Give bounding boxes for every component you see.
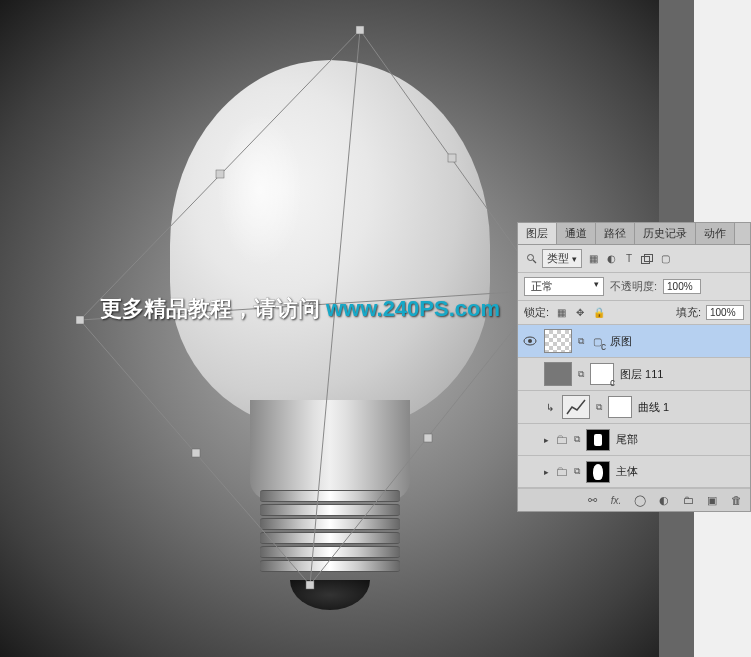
lock-label: 锁定: — [524, 305, 549, 320]
filter-shape-icon[interactable] — [640, 252, 654, 266]
layer-filter-row: 类型 ▾ ▦ ◐ T ▢ — [518, 245, 750, 273]
search-icon[interactable] — [524, 252, 538, 266]
fill-label: 填充: — [676, 305, 701, 320]
tab-layers[interactable]: 图层 — [518, 223, 557, 244]
opacity-label: 不透明度: — [610, 279, 657, 294]
new-adjustment-icon[interactable]: ◐ — [656, 493, 672, 507]
fill-input[interactable]: 100% — [706, 305, 744, 320]
lock-all-icon[interactable]: 🔒 — [592, 306, 606, 320]
new-group-icon[interactable]: 🗀 — [680, 493, 696, 507]
watermark-url: www.240PS.com — [326, 296, 500, 322]
layers-panel: 图层 通道 路径 历史记录 动作 类型 ▾ ▦ ◐ T ▢ 正常 ▾ 不透明度:… — [517, 222, 751, 512]
tab-actions[interactable]: 动作 — [696, 223, 735, 244]
svg-line-7 — [533, 260, 536, 263]
filter-adjust-icon[interactable]: ◐ — [604, 252, 618, 266]
tab-paths[interactable]: 路径 — [596, 223, 635, 244]
watermark-text: 更多精品教程，请访问 — [100, 294, 320, 324]
folder-icon: 🗀 — [555, 432, 568, 447]
link-icon[interactable]: ⧉ — [574, 466, 580, 477]
visibility-toggle[interactable] — [522, 399, 538, 415]
layer-thumbnail[interactable] — [544, 362, 572, 386]
layer-name[interactable]: 图层 111 — [620, 367, 663, 382]
link-icon[interactable]: ⧉ — [578, 336, 584, 347]
layers-list: ⧉ ▢c 原图 ⧉ c 图层 111 ↳ ⧉ 曲线 1 ▸ 🗀 ⧉ — [518, 325, 750, 488]
opacity-input[interactable]: 100% — [663, 279, 701, 294]
transform-handle[interactable] — [356, 26, 364, 34]
clipping-icon: ↳ — [544, 402, 556, 413]
layer-row[interactable]: ⧉ ▢c 原图 — [518, 325, 750, 358]
smart-object-icon: ▢c — [590, 334, 604, 348]
folder-icon: 🗀 — [555, 464, 568, 479]
layer-mask-thumbnail[interactable] — [608, 396, 632, 418]
watermark: 更多精品教程，请访问 www.240PS.com — [100, 294, 500, 324]
svg-point-11 — [528, 339, 532, 343]
filter-kind-select[interactable]: 类型 ▾ — [542, 249, 582, 268]
layer-row[interactable]: ↳ ⧉ 曲线 1 — [518, 391, 750, 424]
layer-name[interactable]: 曲线 1 — [638, 400, 669, 415]
layer-name[interactable]: 尾部 — [616, 432, 638, 447]
layer-row[interactable]: ▸ 🗀 ⧉ 尾部 — [518, 424, 750, 456]
filter-smart-icon[interactable]: ▢ — [658, 252, 672, 266]
visibility-toggle[interactable] — [522, 333, 538, 349]
layer-mask-thumbnail[interactable] — [586, 429, 610, 451]
transform-handle[interactable] — [76, 316, 84, 324]
panel-footer: ⚯ fx. ◯ ◐ 🗀 ▣ 🗑 — [518, 488, 750, 511]
layer-row[interactable]: ▸ 🗀 ⧉ 主体 — [518, 456, 750, 488]
svg-rect-9 — [645, 254, 653, 261]
layer-mask-thumbnail[interactable]: c — [590, 363, 614, 385]
link-icon[interactable]: ⧉ — [596, 402, 602, 413]
group-toggle[interactable]: ▸ — [544, 435, 549, 445]
blend-mode-select[interactable]: 正常 ▾ — [524, 277, 604, 296]
add-mask-icon[interactable]: ◯ — [632, 493, 648, 507]
visibility-toggle[interactable] — [522, 432, 538, 448]
layer-name[interactable]: 主体 — [616, 464, 638, 479]
tab-channels[interactable]: 通道 — [557, 223, 596, 244]
delete-layer-icon[interactable]: 🗑 — [728, 493, 744, 507]
lightbulb-image — [160, 60, 500, 600]
link-icon[interactable]: ⧉ — [574, 434, 580, 445]
adjustment-thumbnail[interactable] — [562, 395, 590, 419]
layer-name[interactable]: 原图 — [610, 334, 632, 349]
new-layer-icon[interactable]: ▣ — [704, 493, 720, 507]
visibility-toggle[interactable] — [522, 464, 538, 480]
group-toggle[interactable]: ▸ — [544, 467, 549, 477]
layer-row[interactable]: ⧉ c 图层 111 — [518, 358, 750, 391]
svg-point-6 — [527, 255, 533, 261]
lock-position-icon[interactable]: ✥ — [573, 306, 587, 320]
link-layers-icon[interactable]: ⚯ — [584, 493, 600, 507]
blend-mode-row: 正常 ▾ 不透明度: 100% — [518, 273, 750, 301]
svg-rect-8 — [642, 256, 650, 263]
lock-pixels-icon[interactable]: ▦ — [554, 306, 568, 320]
filter-text-icon[interactable]: T — [622, 252, 636, 266]
visibility-toggle[interactable] — [522, 366, 538, 382]
link-icon[interactable]: ⧉ — [578, 369, 584, 380]
lock-row: 锁定: ▦ ✥ 🔒 填充: 100% — [518, 301, 750, 325]
layer-mask-thumbnail[interactable] — [586, 461, 610, 483]
filter-pixel-icon[interactable]: ▦ — [586, 252, 600, 266]
layer-thumbnail[interactable] — [544, 329, 572, 353]
panel-tabs: 图层 通道 路径 历史记录 动作 — [518, 223, 750, 245]
fx-icon[interactable]: fx. — [608, 493, 624, 507]
tab-history[interactable]: 历史记录 — [635, 223, 696, 244]
